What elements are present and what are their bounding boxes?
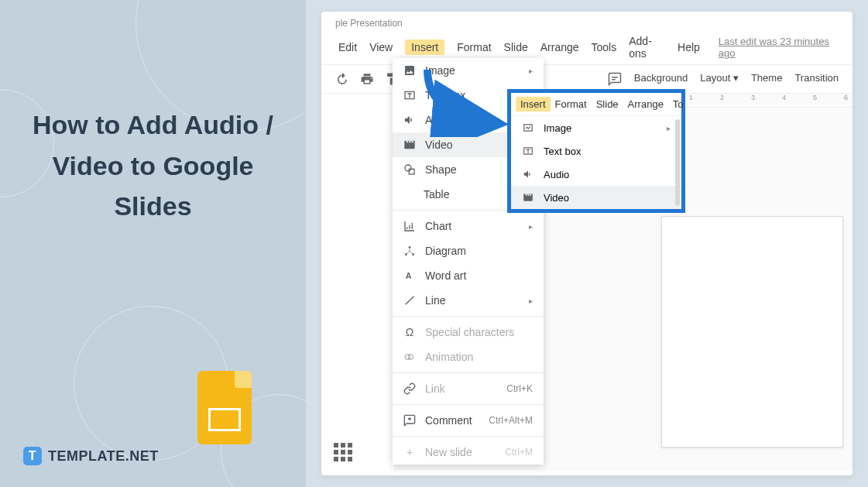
google-slides-logo: [197, 371, 252, 444]
callout-item-textbox[interactable]: Text box: [511, 139, 681, 163]
callout-menu-insert[interactable]: Insert: [516, 97, 551, 111]
chevron-right-icon: ▸: [529, 297, 533, 305]
dropdown-item-chart[interactable]: Chart ▸: [393, 214, 544, 238]
menu-arrange[interactable]: Arrange: [540, 41, 579, 53]
comment-icon: [403, 414, 416, 427]
callout-item-image[interactable]: Image ▸: [511, 116, 681, 139]
menu-insert[interactable]: Insert: [405, 39, 444, 55]
svg-point-2: [409, 246, 411, 249]
grid-view-icon[interactable]: [334, 443, 352, 461]
video-icon: [403, 139, 416, 151]
left-hero-panel: How to Add Audio / Video to Google Slide…: [0, 0, 306, 487]
callout-menu-partial[interactable]: To: [673, 98, 684, 110]
dropdown-separator: [393, 436, 544, 437]
menu-help[interactable]: Help: [678, 41, 700, 53]
callout-menu-slide[interactable]: Slide: [596, 98, 619, 110]
chart-icon: [403, 220, 416, 232]
audio-icon: [403, 114, 416, 126]
zoomed-callout: Insert Format Slide Arrange To Image ▸ T…: [507, 89, 685, 213]
shortcut-text: Ctrl+Alt+M: [489, 415, 533, 426]
dropdown-item-diagram[interactable]: Diagram: [393, 238, 544, 263]
shape-icon: [403, 163, 416, 176]
callout-menubar: Insert Format Slide Arrange To: [511, 93, 681, 116]
image-icon: [522, 122, 534, 134]
callout-item-video[interactable]: Video: [511, 186, 681, 209]
document-title: ple Presentation: [321, 12, 853, 30]
transition-button[interactable]: Transition: [794, 72, 839, 86]
chevron-right-icon: ▸: [667, 124, 671, 132]
brand-text: TEMPLATE.NET: [48, 448, 159, 465]
chevron-right-icon: ▸: [529, 67, 533, 75]
dropdown-item-special-chars[interactable]: Ω Special characters: [393, 320, 544, 345]
dropdown-item-wordart[interactable]: A Word art: [393, 263, 544, 288]
textbox-icon: [403, 89, 416, 101]
callout-item-audio[interactable]: Audio: [511, 163, 681, 186]
image-icon: [403, 64, 416, 77]
theme-button[interactable]: Theme: [751, 72, 782, 86]
menu-slide[interactable]: Slide: [504, 41, 528, 53]
line-icon: [403, 294, 416, 307]
undo-icon[interactable]: [335, 72, 349, 86]
chevron-right-icon: ▸: [529, 222, 533, 231]
dropdown-item-link[interactable]: Link Ctrl+K: [393, 376, 544, 401]
dropdown-item-image[interactable]: Image ▸: [393, 58, 544, 83]
dropdown-separator: [393, 316, 544, 317]
dropdown-separator: [393, 404, 544, 405]
callout-menu-arrange[interactable]: Arrange: [628, 98, 664, 110]
textbox-icon: [522, 145, 534, 157]
wordart-icon: A: [403, 269, 416, 282]
screenshot-panel: ple Presentation Edit View Insert Format…: [306, 0, 868, 487]
google-slides-app: ple Presentation Edit View Insert Format…: [321, 12, 853, 475]
menu-addons[interactable]: Add-ons: [629, 35, 665, 60]
svg-line-6: [406, 297, 414, 305]
animation-icon: [403, 351, 416, 363]
layout-button[interactable]: Layout ▾: [700, 72, 739, 86]
svg-point-0: [405, 165, 411, 171]
svg-rect-1: [409, 169, 414, 174]
diagram-icon: [403, 245, 416, 257]
menu-format[interactable]: Format: [457, 41, 491, 53]
dropdown-item-new-slide[interactable]: + New slide Ctrl+M: [393, 440, 544, 465]
menu-view[interactable]: View: [369, 41, 393, 53]
svg-point-8: [408, 355, 413, 360]
menu-tools[interactable]: Tools: [592, 41, 617, 53]
svg-text:A: A: [406, 271, 412, 280]
brand-logo: T TEMPLATE.NET: [23, 447, 159, 465]
omega-icon: Ω: [403, 326, 416, 338]
dropdown-item-line[interactable]: Line ▸: [393, 288, 544, 313]
shortcut-text: Ctrl+K: [506, 383, 533, 394]
hero-title: How to Add Audio / Video to Google Slide…: [31, 105, 275, 227]
scrollbar[interactable]: [675, 119, 680, 206]
audio-icon: [522, 168, 534, 180]
plus-icon: +: [403, 446, 416, 458]
dropdown-item-animation[interactable]: Animation: [393, 345, 544, 369]
link-icon: [403, 382, 416, 395]
background-button[interactable]: Background: [634, 72, 688, 86]
svg-point-7: [405, 355, 410, 360]
comment-icon[interactable]: [608, 72, 622, 86]
dropdown-separator: [393, 372, 544, 373]
thumbnail-panel: [321, 108, 395, 471]
last-edit-link[interactable]: Last edit was 23 minutes ago: [719, 36, 835, 59]
video-icon: [522, 191, 534, 204]
dropdown-item-comment[interactable]: Comment Ctrl+Alt+M: [393, 408, 544, 433]
slide-canvas[interactable]: [661, 216, 843, 448]
print-icon[interactable]: [360, 72, 374, 86]
callout-menu-format[interactable]: Format: [555, 98, 587, 110]
menu-edit[interactable]: Edit: [338, 41, 357, 53]
shortcut-text: Ctrl+M: [505, 447, 533, 458]
brand-icon: T: [23, 447, 42, 465]
